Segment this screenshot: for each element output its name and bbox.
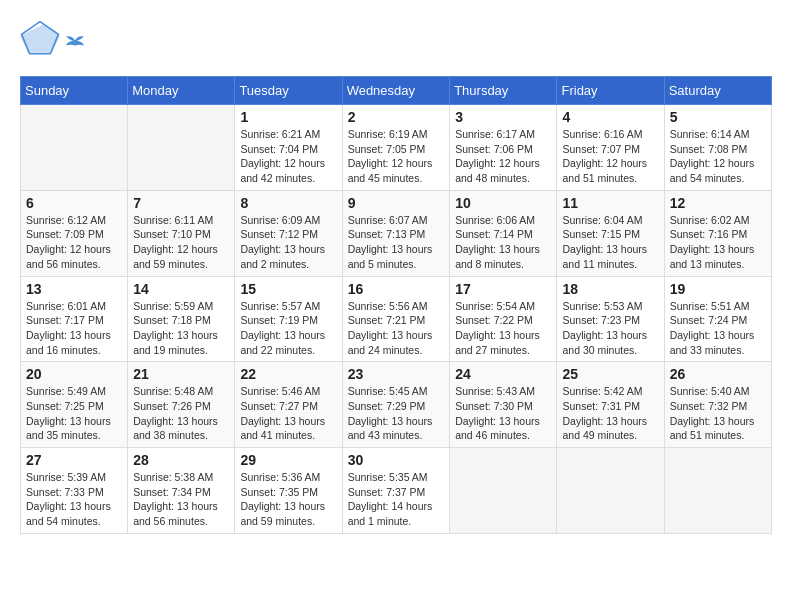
- day-number: 7: [133, 195, 229, 211]
- day-number: 11: [562, 195, 658, 211]
- day-info: Sunrise: 5:49 AM Sunset: 7:25 PM Dayligh…: [26, 384, 122, 443]
- day-of-week-thursday: Thursday: [450, 77, 557, 105]
- calendar-cell: 3Sunrise: 6:17 AM Sunset: 7:06 PM Daylig…: [450, 105, 557, 191]
- day-info: Sunrise: 5:54 AM Sunset: 7:22 PM Dayligh…: [455, 299, 551, 358]
- day-info: Sunrise: 6:14 AM Sunset: 7:08 PM Dayligh…: [670, 127, 766, 186]
- day-number: 19: [670, 281, 766, 297]
- calendar-cell: 17Sunrise: 5:54 AM Sunset: 7:22 PM Dayli…: [450, 276, 557, 362]
- calendar-week-4: 20Sunrise: 5:49 AM Sunset: 7:25 PM Dayli…: [21, 362, 772, 448]
- calendar-cell: [450, 448, 557, 534]
- calendar-cell: 6Sunrise: 6:12 AM Sunset: 7:09 PM Daylig…: [21, 190, 128, 276]
- svg-marker-0: [20, 24, 60, 52]
- calendar-header-row: SundayMondayTuesdayWednesdayThursdayFrid…: [21, 77, 772, 105]
- day-info: Sunrise: 6:04 AM Sunset: 7:15 PM Dayligh…: [562, 213, 658, 272]
- logo: [20, 20, 86, 60]
- day-info: Sunrise: 6:16 AM Sunset: 7:07 PM Dayligh…: [562, 127, 658, 186]
- calendar-cell: 24Sunrise: 5:43 AM Sunset: 7:30 PM Dayli…: [450, 362, 557, 448]
- day-info: Sunrise: 5:43 AM Sunset: 7:30 PM Dayligh…: [455, 384, 551, 443]
- calendar-cell: 15Sunrise: 5:57 AM Sunset: 7:19 PM Dayli…: [235, 276, 342, 362]
- day-number: 1: [240, 109, 336, 125]
- calendar-cell: 11Sunrise: 6:04 AM Sunset: 7:15 PM Dayli…: [557, 190, 664, 276]
- calendar-cell: 22Sunrise: 5:46 AM Sunset: 7:27 PM Dayli…: [235, 362, 342, 448]
- day-info: Sunrise: 6:19 AM Sunset: 7:05 PM Dayligh…: [348, 127, 445, 186]
- day-number: 23: [348, 366, 445, 382]
- day-of-week-monday: Monday: [128, 77, 235, 105]
- calendar-cell: 8Sunrise: 6:09 AM Sunset: 7:12 PM Daylig…: [235, 190, 342, 276]
- day-info: Sunrise: 5:59 AM Sunset: 7:18 PM Dayligh…: [133, 299, 229, 358]
- calendar-cell: 29Sunrise: 5:36 AM Sunset: 7:35 PM Dayli…: [235, 448, 342, 534]
- day-number: 6: [26, 195, 122, 211]
- day-number: 29: [240, 452, 336, 468]
- calendar-cell: 10Sunrise: 6:06 AM Sunset: 7:14 PM Dayli…: [450, 190, 557, 276]
- calendar-cell: 20Sunrise: 5:49 AM Sunset: 7:25 PM Dayli…: [21, 362, 128, 448]
- day-number: 16: [348, 281, 445, 297]
- calendar-cell: 16Sunrise: 5:56 AM Sunset: 7:21 PM Dayli…: [342, 276, 450, 362]
- day-info: Sunrise: 5:46 AM Sunset: 7:27 PM Dayligh…: [240, 384, 336, 443]
- day-number: 2: [348, 109, 445, 125]
- day-number: 3: [455, 109, 551, 125]
- calendar-cell: 1Sunrise: 6:21 AM Sunset: 7:04 PM Daylig…: [235, 105, 342, 191]
- day-info: Sunrise: 5:39 AM Sunset: 7:33 PM Dayligh…: [26, 470, 122, 529]
- day-info: Sunrise: 6:11 AM Sunset: 7:10 PM Dayligh…: [133, 213, 229, 272]
- day-info: Sunrise: 6:12 AM Sunset: 7:09 PM Dayligh…: [26, 213, 122, 272]
- calendar-cell: [128, 105, 235, 191]
- calendar-cell: 4Sunrise: 6:16 AM Sunset: 7:07 PM Daylig…: [557, 105, 664, 191]
- day-info: Sunrise: 5:53 AM Sunset: 7:23 PM Dayligh…: [562, 299, 658, 358]
- calendar-cell: 25Sunrise: 5:42 AM Sunset: 7:31 PM Dayli…: [557, 362, 664, 448]
- day-number: 15: [240, 281, 336, 297]
- day-info: Sunrise: 6:09 AM Sunset: 7:12 PM Dayligh…: [240, 213, 336, 272]
- day-info: Sunrise: 6:17 AM Sunset: 7:06 PM Dayligh…: [455, 127, 551, 186]
- day-info: Sunrise: 6:02 AM Sunset: 7:16 PM Dayligh…: [670, 213, 766, 272]
- calendar-cell: 27Sunrise: 5:39 AM Sunset: 7:33 PM Dayli…: [21, 448, 128, 534]
- day-info: Sunrise: 5:48 AM Sunset: 7:26 PM Dayligh…: [133, 384, 229, 443]
- calendar-cell: [557, 448, 664, 534]
- day-info: Sunrise: 5:57 AM Sunset: 7:19 PM Dayligh…: [240, 299, 336, 358]
- day-info: Sunrise: 5:45 AM Sunset: 7:29 PM Dayligh…: [348, 384, 445, 443]
- day-number: 12: [670, 195, 766, 211]
- day-number: 10: [455, 195, 551, 211]
- day-info: Sunrise: 6:06 AM Sunset: 7:14 PM Dayligh…: [455, 213, 551, 272]
- day-info: Sunrise: 5:42 AM Sunset: 7:31 PM Dayligh…: [562, 384, 658, 443]
- day-number: 20: [26, 366, 122, 382]
- day-info: Sunrise: 5:56 AM Sunset: 7:21 PM Dayligh…: [348, 299, 445, 358]
- day-of-week-saturday: Saturday: [664, 77, 771, 105]
- day-number: 22: [240, 366, 336, 382]
- day-of-week-wednesday: Wednesday: [342, 77, 450, 105]
- day-number: 13: [26, 281, 122, 297]
- day-number: 4: [562, 109, 658, 125]
- day-info: Sunrise: 6:01 AM Sunset: 7:17 PM Dayligh…: [26, 299, 122, 358]
- day-number: 5: [670, 109, 766, 125]
- day-of-week-friday: Friday: [557, 77, 664, 105]
- day-info: Sunrise: 6:07 AM Sunset: 7:13 PM Dayligh…: [348, 213, 445, 272]
- calendar-cell: 23Sunrise: 5:45 AM Sunset: 7:29 PM Dayli…: [342, 362, 450, 448]
- calendar-cell: 9Sunrise: 6:07 AM Sunset: 7:13 PM Daylig…: [342, 190, 450, 276]
- day-info: Sunrise: 6:21 AM Sunset: 7:04 PM Dayligh…: [240, 127, 336, 186]
- calendar-week-5: 27Sunrise: 5:39 AM Sunset: 7:33 PM Dayli…: [21, 448, 772, 534]
- day-number: 30: [348, 452, 445, 468]
- calendar-cell: 26Sunrise: 5:40 AM Sunset: 7:32 PM Dayli…: [664, 362, 771, 448]
- day-number: 17: [455, 281, 551, 297]
- calendar-cell: 14Sunrise: 5:59 AM Sunset: 7:18 PM Dayli…: [128, 276, 235, 362]
- calendar-cell: 13Sunrise: 6:01 AM Sunset: 7:17 PM Dayli…: [21, 276, 128, 362]
- calendar-week-3: 13Sunrise: 6:01 AM Sunset: 7:17 PM Dayli…: [21, 276, 772, 362]
- calendar-table: SundayMondayTuesdayWednesdayThursdayFrid…: [20, 76, 772, 534]
- day-number: 25: [562, 366, 658, 382]
- day-number: 8: [240, 195, 336, 211]
- day-number: 21: [133, 366, 229, 382]
- calendar-cell: 12Sunrise: 6:02 AM Sunset: 7:16 PM Dayli…: [664, 190, 771, 276]
- day-info: Sunrise: 5:40 AM Sunset: 7:32 PM Dayligh…: [670, 384, 766, 443]
- day-info: Sunrise: 5:36 AM Sunset: 7:35 PM Dayligh…: [240, 470, 336, 529]
- calendar-cell: 19Sunrise: 5:51 AM Sunset: 7:24 PM Dayli…: [664, 276, 771, 362]
- day-info: Sunrise: 5:51 AM Sunset: 7:24 PM Dayligh…: [670, 299, 766, 358]
- calendar-cell: 5Sunrise: 6:14 AM Sunset: 7:08 PM Daylig…: [664, 105, 771, 191]
- calendar-week-1: 1Sunrise: 6:21 AM Sunset: 7:04 PM Daylig…: [21, 105, 772, 191]
- calendar-cell: 21Sunrise: 5:48 AM Sunset: 7:26 PM Dayli…: [128, 362, 235, 448]
- day-number: 18: [562, 281, 658, 297]
- day-of-week-tuesday: Tuesday: [235, 77, 342, 105]
- calendar-cell: [21, 105, 128, 191]
- day-of-week-sunday: Sunday: [21, 77, 128, 105]
- calendar-cell: 2Sunrise: 6:19 AM Sunset: 7:05 PM Daylig…: [342, 105, 450, 191]
- logo-bird-icon: [66, 33, 84, 51]
- calendar-cell: 28Sunrise: 5:38 AM Sunset: 7:34 PM Dayli…: [128, 448, 235, 534]
- calendar-cell: 30Sunrise: 5:35 AM Sunset: 7:37 PM Dayli…: [342, 448, 450, 534]
